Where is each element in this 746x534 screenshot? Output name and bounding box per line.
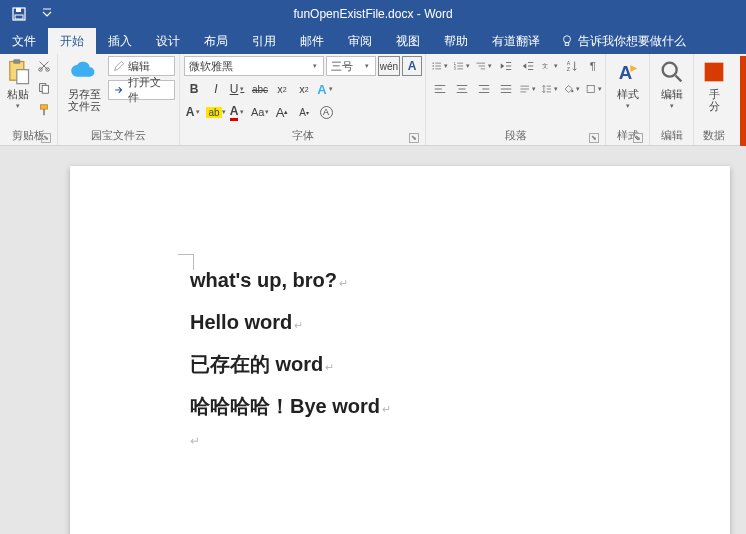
svg-text:¶: ¶: [590, 60, 596, 72]
paragraph[interactable]: 哈哈哈哈！Bye word: [190, 392, 610, 420]
save-icon[interactable]: [6, 2, 32, 26]
tab-review[interactable]: 审阅: [336, 28, 384, 54]
increase-indent-button[interactable]: [518, 56, 538, 76]
red-accent-strip: [740, 56, 746, 146]
highlight-button[interactable]: ab: [206, 102, 226, 122]
svg-text:A: A: [567, 60, 571, 66]
qat-dropdown-icon[interactable]: [34, 2, 60, 26]
subscript-button[interactable]: x2: [272, 79, 292, 99]
chevron-down-icon: [668, 102, 676, 110]
char-shading-button[interactable]: A: [184, 102, 204, 122]
document-area[interactable]: what's up, bro? Hello word 已存在的 word 哈哈哈…: [0, 146, 746, 534]
paste-label: 粘贴: [7, 88, 29, 100]
line-spacing-button[interactable]: [540, 79, 560, 99]
shading-button[interactable]: [562, 79, 582, 99]
underline-button[interactable]: U: [228, 79, 248, 99]
tab-help[interactable]: 帮助: [432, 28, 480, 54]
justify-icon: [499, 82, 513, 96]
paste-button[interactable]: 粘贴: [4, 56, 32, 122]
sort-button[interactable]: AZ: [562, 56, 582, 76]
svg-rect-5: [565, 43, 569, 46]
open-file-button[interactable]: 打开文件: [108, 80, 175, 100]
decrease-indent-button[interactable]: [496, 56, 516, 76]
sort-icon: AZ: [565, 59, 579, 73]
tab-home[interactable]: 开始: [48, 28, 96, 54]
paste-icon: [4, 58, 32, 86]
italic-button[interactable]: I: [206, 79, 226, 99]
distribute-button[interactable]: [518, 79, 538, 99]
font-color-button[interactable]: A: [228, 102, 248, 122]
paragraph-empty[interactable]: ↵: [190, 434, 610, 448]
dialog-launcher-icon[interactable]: ⬊: [633, 133, 643, 143]
shrink-font-button[interactable]: A▾: [294, 102, 314, 122]
group-label-clipboard: 剪贴板⬊: [4, 126, 53, 145]
pencil-icon: [113, 60, 125, 72]
numbering-button[interactable]: 123: [452, 56, 472, 76]
svg-rect-12: [42, 85, 48, 93]
paragraph[interactable]: what's up, bro?: [190, 266, 610, 294]
styles-button[interactable]: A 样式: [610, 56, 645, 122]
text-direction-button[interactable]: 文: [540, 56, 560, 76]
cut-button[interactable]: [34, 56, 54, 76]
ribbon-tabs: 文件 开始 插入 设计 布局 引用 邮件 审阅 视图 帮助 有道翻译 告诉我你想…: [0, 28, 746, 54]
paragraph[interactable]: Hello word: [190, 308, 610, 336]
superscript-button[interactable]: x2: [294, 79, 314, 99]
align-left-button[interactable]: [430, 79, 450, 99]
dialog-launcher-icon[interactable]: ⬊: [41, 133, 51, 143]
styles-icon: A: [614, 58, 642, 86]
brush-icon: [37, 103, 51, 117]
strikethrough-button[interactable]: abc: [250, 79, 270, 99]
cloud-icon: [70, 58, 98, 86]
bullets-button[interactable]: [430, 56, 450, 76]
editing-button[interactable]: 编辑: [654, 56, 689, 122]
tab-file[interactable]: 文件: [0, 28, 48, 54]
justify-button[interactable]: [496, 79, 516, 99]
dialog-launcher-icon[interactable]: ⬊: [589, 133, 599, 143]
borders-button[interactable]: [584, 79, 604, 99]
paragraph[interactable]: 已存在的 word: [190, 350, 610, 378]
indent-icon: [521, 59, 535, 73]
arrow-out-icon: [113, 84, 124, 96]
align-right-button[interactable]: [474, 79, 494, 99]
align-center-button[interactable]: [452, 79, 472, 99]
format-painter-button[interactable]: [34, 100, 54, 120]
phonetic-guide-button[interactable]: wén: [378, 56, 400, 76]
group-label-styles: 样式⬊: [610, 126, 645, 145]
tab-youdao[interactable]: 有道翻译: [480, 28, 552, 54]
char-border-button[interactable]: A: [402, 56, 422, 76]
outdent-icon: [499, 59, 513, 73]
group-editing: 编辑 编辑: [650, 54, 694, 145]
grow-font-button[interactable]: A▴: [272, 102, 292, 122]
tab-insert[interactable]: 插入: [96, 28, 144, 54]
bold-button[interactable]: B: [184, 79, 204, 99]
show-marks-button[interactable]: ¶: [584, 56, 604, 76]
svg-rect-59: [587, 85, 594, 92]
tab-view[interactable]: 视图: [384, 28, 432, 54]
copy-button[interactable]: [34, 78, 54, 98]
multilevel-list-button[interactable]: [474, 56, 494, 76]
svg-point-58: [571, 90, 573, 92]
tell-me-search[interactable]: 告诉我你想要做什么: [552, 28, 694, 54]
bullets-icon: [431, 59, 442, 73]
font-size-combo[interactable]: 三号: [326, 56, 376, 76]
tab-layout[interactable]: 布局: [192, 28, 240, 54]
tab-mailings[interactable]: 邮件: [288, 28, 336, 54]
chevron-down-icon: [14, 102, 22, 110]
edit-button[interactable]: 编辑: [108, 56, 175, 76]
title-bar: funOpenExistFile.docx - Word: [0, 0, 746, 28]
group-styles: A 样式 样式⬊: [606, 54, 650, 145]
multilevel-icon: [475, 59, 486, 73]
tab-design[interactable]: 设计: [144, 28, 192, 54]
change-case-button[interactable]: Aa: [250, 102, 270, 122]
group-label-cloud: 园宝文件云: [62, 126, 175, 145]
tab-references[interactable]: 引用: [240, 28, 288, 54]
hand-button[interactable]: 手分: [698, 56, 730, 122]
font-name-combo[interactable]: 微软雅黑: [184, 56, 324, 76]
svg-point-4: [564, 36, 571, 43]
page[interactable]: what's up, bro? Hello word 已存在的 word 哈哈哈…: [70, 166, 730, 534]
dialog-launcher-icon[interactable]: ⬊: [409, 133, 419, 143]
save-to-cloud-button[interactable]: 另存至 文件云: [62, 56, 106, 122]
svg-text:Z: Z: [567, 66, 571, 72]
enclose-char-button[interactable]: A: [316, 102, 336, 122]
text-effects-button[interactable]: A: [316, 79, 336, 99]
